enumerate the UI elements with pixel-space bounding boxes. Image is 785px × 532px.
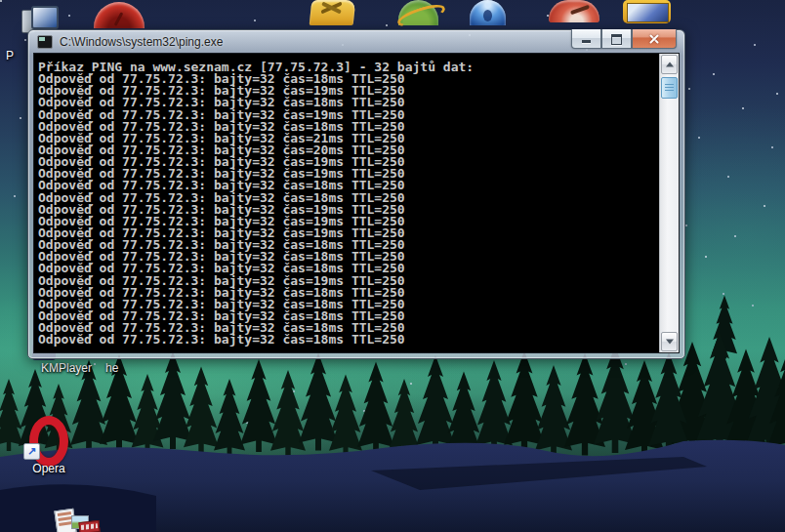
titlebar[interactable]: C:\Windows\system32\ping.exe: [28, 30, 684, 53]
minimize-button[interactable]: [571, 29, 601, 49]
window-title: C:\Windows\system32\ping.exe: [60, 35, 223, 49]
documents-media-icon[interactable]: [54, 510, 98, 532]
scroll-thumb[interactable]: [661, 77, 678, 99]
minimize-icon: [582, 40, 591, 43]
scroll-down-button[interactable]: [661, 332, 678, 351]
maximize-button[interactable]: [601, 29, 632, 49]
red-disc-icon[interactable]: [549, 0, 599, 22]
scrollbar[interactable]: [659, 54, 679, 352]
maximize-icon: [611, 34, 622, 45]
icon-label-partial-p[interactable]: P: [6, 49, 14, 62]
opera-icon-label: Opera: [21, 462, 76, 475]
monitor-icon[interactable]: [623, 0, 671, 23]
scroll-up-arrow-icon: [666, 62, 674, 67]
scroll-thumb-grip-icon: [665, 84, 674, 92]
close-button[interactable]: [632, 29, 677, 49]
desktop-icon-opera[interactable]: ↗ Opera: [21, 414, 76, 478]
console-output[interactable]: Příkaz PING na www.seznam.cz [77.75.72.3…: [34, 54, 659, 352]
star-field: [0, 0, 2, 2]
desktop: P KMPlayer he ↗ Opera C:\Windows\system3…: [0, 0, 785, 532]
close-icon: [648, 33, 660, 45]
shortcut-arrow-icon: ↗: [23, 443, 40, 460]
scroll-up-button[interactable]: [661, 55, 678, 74]
icon-label-partial-he[interactable]: he: [105, 361, 118, 375]
scroll-down-arrow-icon: [666, 340, 674, 345]
ping-window: C:\Windows\system32\ping.exe Příkaz PING…: [27, 29, 685, 359]
console-body: Příkaz PING na www.seznam.cz [77.75.72.3…: [33, 53, 680, 353]
caption-buttons: [571, 29, 677, 48]
console-line: Odpověď od 77.75.72.3: bajty=32 čas=18ms…: [38, 334, 659, 346]
scroll-track[interactable]: [660, 99, 679, 331]
toolbox-icon[interactable]: [310, 0, 356, 25]
computer-icon[interactable]: [21, 6, 57, 31]
kmplayer-icon-label[interactable]: KMPlayer: [41, 361, 92, 375]
console-window-icon[interactable]: [37, 35, 53, 49]
filmstrip-icon: [78, 520, 100, 532]
